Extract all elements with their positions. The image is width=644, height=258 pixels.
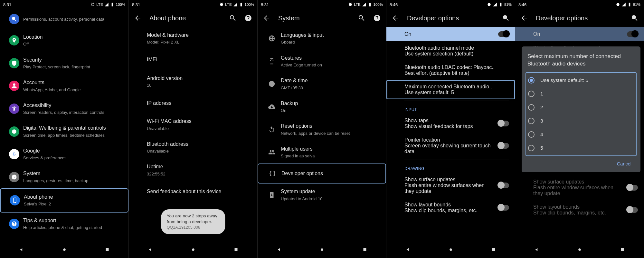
system-item[interactable]: Languages & inputGboard [258, 27, 386, 50]
dev-item[interactable]: Show layout boundsShow clip bounds, marg… [386, 198, 515, 217]
page-title: System [278, 15, 350, 22]
master-toggle-row[interactable]: On [386, 27, 515, 41]
back-button[interactable] [520, 14, 528, 22]
battery-icon [110, 2, 115, 7]
radio-icon[interactable] [528, 145, 535, 151]
settings-item[interactable]: AccountsWhatsApp, Adobe, and Google [0, 74, 128, 97]
battery-icon [498, 2, 503, 7]
about-item[interactable]: Send feedback about this device [129, 182, 257, 202]
toggle[interactable] [498, 183, 509, 188]
radio-option[interactable]: Use system default: 5 [527, 74, 635, 87]
about-item[interactable]: Model & hardwareModel: Pixel 2 XL [129, 27, 257, 50]
settings-item[interactable]: About phoneSelva's Pixel 2 [0, 188, 128, 213]
nav-home-icon[interactable] [190, 247, 196, 254]
toggle[interactable] [498, 143, 509, 149]
back-button[interactable] [392, 14, 399, 22]
search-button[interactable] [229, 14, 237, 22]
dev-item[interactable]: Bluetooth audio LDAC codec: Playbac..Bes… [386, 61, 515, 80]
help-button[interactable] [244, 14, 252, 22]
about-item[interactable]: Bluetooth addressUnavailable [129, 136, 257, 159]
nav-recent-icon[interactable] [620, 247, 625, 254]
dev-item[interactable]: Maximum connected Bluetooth audio..Use s… [386, 80, 515, 99]
search-button[interactable] [502, 14, 510, 22]
settings-list[interactable]: Permissions, account activity, personal … [0, 9, 128, 243]
help-button[interactable] [373, 14, 381, 22]
settings-item[interactable]: SecurityPlay Protect, screen lock, finge… [0, 52, 128, 75]
radio-option[interactable]: 4 [527, 128, 635, 141]
dev-item[interactable]: Bluetooth audio channel modeUse system s… [386, 41, 515, 61]
header: Developer options [386, 9, 515, 27]
back-button[interactable] [263, 14, 270, 22]
system-item[interactable]: Multiple usersSigned in as selva [258, 141, 386, 164]
radio-option[interactable]: 3 [527, 114, 635, 128]
system-item[interactable]: Developer options [258, 164, 386, 184]
settings-item[interactable]: Tips & supportHelp articles, phone & cha… [0, 213, 128, 235]
dialog-actions: Cancel [527, 156, 635, 169]
navbar [515, 243, 644, 258]
nav-home-icon[interactable] [448, 247, 454, 254]
radio-icon[interactable] [528, 104, 535, 111]
about-item[interactable]: Wi-Fi MAC addressUnavailable [129, 113, 257, 136]
status-icons: LTE 100% [90, 2, 125, 7]
radio-option[interactable]: 5 [527, 141, 635, 155]
dev-item[interactable]: Show tapsShow visual feedback for taps [386, 114, 515, 133]
back-button[interactable] [134, 14, 142, 22]
nav-recent-icon[interactable] [362, 247, 368, 254]
settings-item[interactable]: SystemLanguages, gestures, time, backup [0, 165, 128, 188]
toggle[interactable] [498, 205, 509, 211]
panel-system: 8:31 LTE 100% System Languages & inputGb… [258, 0, 386, 258]
help-icon [9, 219, 19, 229]
search-button[interactable] [631, 14, 639, 22]
system-list[interactable]: Languages & inputGboardGesturesActive Ed… [258, 27, 386, 243]
cancel-button[interactable]: Cancel [614, 159, 635, 169]
dev-item[interactable]: Pointer locationScreen overlay showing c… [386, 133, 515, 158]
signal-icon [362, 2, 366, 7]
dev-item[interactable]: Show surface updatesFlash entire window … [386, 173, 515, 198]
signal-icon [104, 2, 109, 7]
settings-item[interactable]: GGoogleServices & preferences [0, 143, 128, 166]
dev-list[interactable]: Bluetooth audio channel modeUse system s… [386, 41, 515, 243]
backup-icon [263, 103, 281, 110]
svg-point-8 [450, 248, 452, 251]
radio-option[interactable]: 2 [527, 101, 635, 114]
statusbar: 8:46 81% [515, 0, 644, 9]
nav-back-icon[interactable] [276, 247, 282, 254]
settings-item[interactable]: AccessibilityScreen readers, display, in… [0, 97, 128, 120]
alarm-icon [348, 2, 353, 7]
radio-icon[interactable] [528, 131, 535, 138]
location-icon [9, 35, 19, 45]
nav-home-icon[interactable] [62, 247, 67, 254]
radio-icon[interactable] [528, 91, 535, 97]
nav-home-icon[interactable] [577, 247, 582, 254]
radio-icon[interactable] [528, 77, 535, 84]
statusbar: 8:31 LTE 100% [0, 0, 128, 9]
nav-back-icon[interactable] [19, 247, 24, 254]
master-toggle[interactable] [498, 31, 509, 37]
battery-icon [239, 2, 243, 7]
nav-home-icon[interactable] [319, 247, 325, 254]
system-item[interactable]: GesturesActive Edge turned on [258, 50, 386, 73]
dev-item: Show surface updatesFlash entire window … [515, 175, 644, 200]
nav-recent-icon[interactable] [104, 247, 110, 254]
signal-icon [621, 2, 626, 7]
about-item[interactable]: Uptime322:55:52 [129, 159, 257, 182]
nav-recent-icon[interactable] [491, 247, 497, 254]
radio-option[interactable]: 1 [527, 87, 635, 101]
nav-back-icon[interactable] [405, 247, 411, 254]
system-item[interactable]: System updateUpdated to Android 10 [258, 184, 386, 206]
settings-item[interactable]: Digital Wellbeing & parental controlsScr… [0, 120, 128, 143]
search-button[interactable] [358, 14, 365, 22]
radio-icon[interactable] [528, 118, 535, 124]
system-item[interactable]: BackupOn [258, 95, 386, 118]
settings-item[interactable]: Permissions, account activity, personal … [0, 9, 128, 29]
nav-recent-icon[interactable] [233, 247, 239, 254]
about-item[interactable]: IMEI [129, 50, 257, 70]
about-item[interactable]: Android version10 [129, 70, 257, 93]
system-item[interactable]: Date & timeGMT+05:30 [258, 73, 386, 95]
nav-back-icon[interactable] [147, 247, 153, 254]
toggle[interactable] [498, 121, 509, 126]
nav-back-icon[interactable] [534, 247, 540, 254]
system-item[interactable]: Reset optionsNetwork, apps or device can… [258, 118, 386, 141]
about-item[interactable]: IP address [129, 93, 257, 113]
settings-item[interactable]: LocationOff [0, 29, 128, 52]
